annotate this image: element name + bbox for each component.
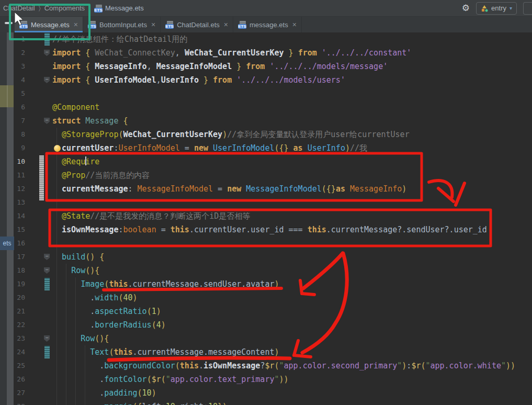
line-number: 24 [0,345,25,359]
line-number: 19 [0,277,25,291]
ets-file-icon-badge: ETS [238,24,246,29]
settings-gear-icon[interactable]: ⚙ [462,4,470,13]
code-line: 14 @State//是不是我发的消息？判断这两个iD是否相等 [0,209,532,223]
line-number: 11 [0,168,25,182]
code-text: .borderRadius(4) [52,318,166,332]
tab-message-ets[interactable]: ETSmessage.ets× [233,17,302,32]
code-text: .width(40) [52,291,138,305]
code-line: 19 Image(this.currentMessage.sendUser.av… [0,277,532,291]
code-text: @Component [52,100,99,114]
breadcrumb-item-chatdetail[interactable]: ChatDetail [3,4,35,12]
gutter-change-marker [44,346,50,358]
code-line: 4import { UserInfoModel,UserInfo } from … [0,73,532,87]
editor-tab-bar: ETSMessage.ets×ETSBottomInput.ets×ETSCha… [0,17,532,32]
line-number: 5 [0,87,25,100]
line-number: 18 [0,264,25,277]
run-target-selector[interactable]: entry ▾ [476,2,517,15]
breadcrumb: ChatDetail〉Compoments〉ETSMessage.ets [3,4,144,13]
tab-label: message.ets [250,21,288,29]
code-text: Text(this.currentMessage.messageContent) [52,345,279,359]
code-line: 1//单个消息组件：给ChatDetail用的 [0,32,532,46]
code-text: import { WeChat_ConnectKey, WeChat_Curre… [52,46,411,60]
code-line: 27 .padding(10) [0,386,532,400]
run-target-label: entry [491,4,506,12]
gutter-change-marker [39,155,44,200]
code-text: currentMessage: MessageInfoModel = new M… [52,182,406,196]
breadcrumb-item-compoments[interactable]: Compoments [44,4,85,12]
code-text: Row(){ [52,264,99,277]
code-text: import { UserInfoModel,UserInfo } from '… [52,73,345,87]
line-number: 26 [0,373,25,386]
code-text: @State//是不是我发的消息？判断这两个iD是否相等 [52,209,250,223]
code-text: @Require [52,155,99,168]
code-line: 20 .width(40) [0,291,532,305]
ets-file-icon: ETS [19,20,28,29]
code-line: 16 [0,237,532,250]
breadcrumb-item-message-ets[interactable]: ETSMessage.ets [94,4,144,13]
line-number: 23 [0,332,25,345]
code-line: 11 @Prop//当前消息的内容 [0,168,532,182]
code-line: 9 currentUser:UserInfoModel = new UserIn… [0,141,532,155]
breadcrumb-item-label: ChatDetail [3,4,35,12]
code-line: 12 currentMessage: MessageInfoModel = ne… [0,182,532,196]
line-number: 7 [0,114,25,128]
ets-file-icon: ETS [238,20,246,29]
tab-message-ets[interactable]: ETSMessage.ets× [15,17,83,32]
line-number: 25 [0,359,25,373]
code-text: .margin({left:10,right:10}) [52,400,227,405]
code-text: build() { [52,250,104,264]
code-line: 25 .backgroundColor(this.isOwnMessage?$r… [0,359,532,373]
tab-label: BottomInput.ets [99,21,147,29]
intention-bulb-icon[interactable] [54,145,61,152]
line-number: 15 [0,223,25,237]
line-number: 3 [0,60,25,73]
breadcrumb-separator: 〉 [39,5,41,12]
line-number: 22 [0,318,25,332]
code-line: 28 .margin({left:10,right:10}) [0,400,532,405]
line-number: 13 [0,196,25,209]
module-icon [481,5,488,12]
line-number: 8 [0,128,25,141]
line-number: 17 [0,250,25,264]
ets-file-icon-badge: ETS [165,24,174,29]
line-number: 4 [0,73,25,87]
line-number: 20 [0,291,25,305]
line-number: 21 [0,305,25,318]
code-editor[interactable]: ets 1//单个消息组件：给ChatDetail用的2import { WeC… [0,32,532,405]
code-text: .fontColor($r("app.color.text_primary")) [52,373,289,386]
tab-close-icon[interactable]: × [151,21,155,28]
tab-chatdetail-ets[interactable]: ETSChatDetail.ets× [161,17,233,32]
toolbar-right: ⚙ entry ▾ [462,2,532,15]
tab-close-icon[interactable]: × [292,21,297,28]
code-text: @StorageProp(WeChat_CurrentUserKey)//拿到全… [52,128,410,141]
tab-close-icon[interactable]: × [74,21,78,28]
partial-toolbar-button[interactable] [523,2,532,15]
code-line: 10 @Require [0,155,532,168]
breadcrumb-item-label: Compoments [44,4,85,12]
breadcrumb-bar: ChatDetail〉Compoments〉ETSMessage.ets ⚙ e… [0,0,532,17]
code-line: 15 isOwnMessage:boolean = this.currentUs… [0,223,532,237]
code-line: 24 Text(this.currentMessage.messageConte… [0,345,532,359]
code-lines: 1//单个消息组件：给ChatDetail用的2import { WeChat_… [0,32,532,405]
code-line: 7struct Message { [0,114,532,128]
code-text: currentUser:UserInfoModel = new UserInfo… [52,141,367,155]
ets-file-icon: ETS [88,20,96,29]
line-number: 6 [0,100,25,114]
code-line: 3import { MessageInfo, MessageInfoModel … [0,60,532,73]
ets-file-icon-badge: ETS [88,24,96,29]
gutter-change-marker [44,278,50,290]
code-line: 5 [0,87,532,100]
code-text: .padding(10) [52,386,156,400]
tab-bottominput-ets[interactable]: ETSBottomInput.ets× [83,17,161,32]
breadcrumb-separator: 〉 [88,5,90,12]
code-line: 23 Row(){ [0,332,532,345]
code-text: import { MessageInfo, MessageInfoModel }… [52,60,388,73]
line-number: 10 [0,155,25,168]
code-text: .aspectRatio(1) [52,305,161,318]
code-line: 21 .aspectRatio(1) [0,305,532,318]
tab-close-icon[interactable]: × [224,21,228,28]
code-text: Image(this.currentMessage.sendUser.avata… [52,277,279,291]
ide-window: ChatDetail〉Compoments〉ETSMessage.ets ⚙ e… [0,0,532,405]
code-line: 6@Component [0,100,532,114]
tab-strip: ETSMessage.ets×ETSBottomInput.ets×ETSCha… [15,17,302,32]
